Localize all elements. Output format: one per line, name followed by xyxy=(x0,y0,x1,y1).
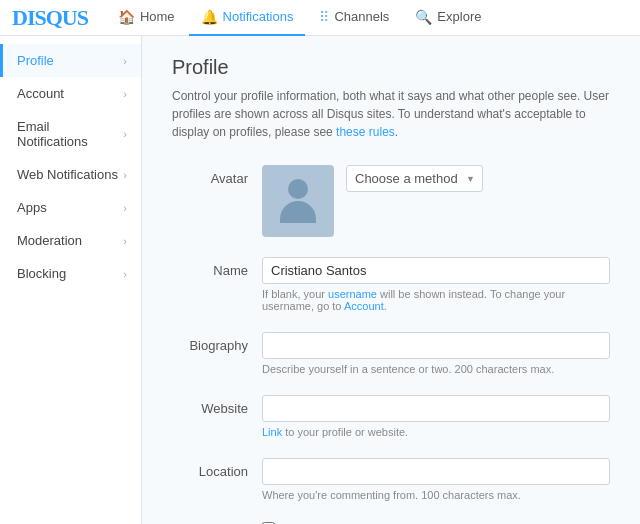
location-content: Where you're commenting from. 100 charac… xyxy=(262,458,610,501)
sidebar-account-label: Account xyxy=(17,86,64,101)
sidebar-item-web-notifications[interactable]: Web Notifications › xyxy=(0,158,141,191)
website-row: Website Link to your profile or website. xyxy=(172,395,610,438)
sidebar-apps-label: Apps xyxy=(17,200,47,215)
sidebar-item-blocking[interactable]: Blocking › xyxy=(0,257,141,290)
page-description: Control your profile information, both w… xyxy=(172,87,610,141)
home-icon: 🏠 xyxy=(118,9,135,25)
main-content: Profile Control your profile information… xyxy=(142,36,640,524)
nav-item-explore[interactable]: 🔍 Explore xyxy=(403,0,493,36)
location-hint: Where you're commenting from. 100 charac… xyxy=(262,489,610,501)
chevron-right-icon: › xyxy=(123,169,127,181)
sidebar-item-email-notifications[interactable]: Email Notifications › xyxy=(0,110,141,158)
page-title: Profile xyxy=(172,56,610,79)
avatar-image xyxy=(262,165,334,237)
avatar-row: Avatar Choose a method xyxy=(172,165,610,237)
biography-content: Describe yourself in a sentence or two. … xyxy=(262,332,610,375)
website-input[interactable] xyxy=(262,395,610,422)
username-link[interactable]: username xyxy=(328,288,377,300)
sidebar-blocking-label: Blocking xyxy=(17,266,66,281)
biography-row: Biography Describe yourself in a sentenc… xyxy=(172,332,610,375)
website-hint: Link to your profile or website. xyxy=(262,426,610,438)
sidebar-moderation-label: Moderation xyxy=(17,233,82,248)
avatar-method-wrapper: Choose a method xyxy=(346,165,483,192)
chevron-right-icon: › xyxy=(123,55,127,67)
website-content: Link to your profile or website. xyxy=(262,395,610,438)
chevron-right-icon: › xyxy=(123,268,127,280)
sidebar-item-apps[interactable]: Apps › xyxy=(0,191,141,224)
nav-explore-label: Explore xyxy=(437,9,481,24)
sidebar-item-moderation[interactable]: Moderation › xyxy=(0,224,141,257)
chevron-right-icon: › xyxy=(123,128,127,140)
name-hint: If blank, your username will be shown in… xyxy=(262,288,610,312)
sidebar: Profile › Account › Email Notifications … xyxy=(0,36,142,524)
avatar-figure xyxy=(280,179,316,223)
chevron-right-icon: › xyxy=(123,235,127,247)
nav-item-channels[interactable]: ⠿ Channels xyxy=(307,0,401,36)
website-link[interactable]: Link xyxy=(262,426,282,438)
notifications-icon: 🔔 xyxy=(201,9,218,25)
sidebar-web-notifications-label: Web Notifications xyxy=(17,167,118,182)
biography-hint: Describe yourself in a sentence or two. … xyxy=(262,363,610,375)
sidebar-item-profile[interactable]: Profile › xyxy=(0,44,141,77)
chevron-right-icon: › xyxy=(123,88,127,100)
avatar-section: Choose a method xyxy=(262,165,610,237)
logo: DISQUS xyxy=(12,5,88,31)
sidebar-item-account[interactable]: Account › xyxy=(0,77,141,110)
explore-icon: 🔍 xyxy=(415,9,432,25)
top-navigation: DISQUS 🏠 Home 🔔 Notifications ⠿ Channels… xyxy=(0,0,640,36)
nav-home-label: Home xyxy=(140,9,175,24)
nav-item-notifications[interactable]: 🔔 Notifications xyxy=(189,0,306,36)
location-label: Location xyxy=(172,458,262,479)
these-rules-link[interactable]: these rules xyxy=(336,125,395,139)
sidebar-profile-label: Profile xyxy=(17,53,54,68)
avatar-label: Avatar xyxy=(172,165,262,186)
name-row: Name If blank, your username will be sho… xyxy=(172,257,610,312)
channels-icon: ⠿ xyxy=(319,9,329,25)
name-label: Name xyxy=(172,257,262,278)
nav-channels-label: Channels xyxy=(334,9,389,24)
chevron-right-icon: › xyxy=(123,202,127,214)
biography-label: Biography xyxy=(172,332,262,353)
location-row: Location Where you're commenting from. 1… xyxy=(172,458,610,501)
avatar-method-select[interactable]: Choose a method xyxy=(346,165,483,192)
nav-item-home[interactable]: 🏠 Home xyxy=(106,0,187,36)
website-label: Website xyxy=(172,395,262,416)
avatar-body xyxy=(280,201,316,223)
name-input[interactable] xyxy=(262,257,610,284)
location-input[interactable] xyxy=(262,458,610,485)
nav-notifications-label: Notifications xyxy=(223,9,294,24)
page-layout: Profile › Account › Email Notifications … xyxy=(0,36,640,524)
sidebar-email-notifications-label: Email Notifications xyxy=(17,119,123,149)
biography-input[interactable] xyxy=(262,332,610,359)
account-link[interactable]: Account xyxy=(344,300,384,312)
avatar-head xyxy=(288,179,308,199)
nav-items: 🏠 Home 🔔 Notifications ⠿ Channels 🔍 Expl… xyxy=(106,0,494,36)
avatar-content: Choose a method xyxy=(262,165,610,237)
name-content: If blank, your username will be shown in… xyxy=(262,257,610,312)
